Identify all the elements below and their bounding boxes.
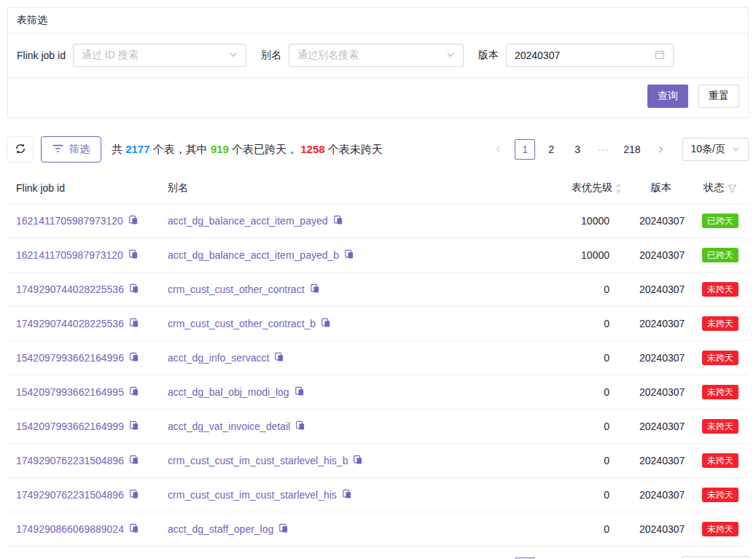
- status-badge: 已跨天: [702, 214, 739, 228]
- table-row: 1749290744028225536crm_cust_cust_other_c…: [7, 273, 749, 307]
- copy-icon[interactable]: [278, 523, 289, 533]
- status-cell: 未跨天: [692, 307, 749, 341]
- alias-cell: crm_cust_cust_im_cust_starlevel_his_b: [159, 444, 550, 478]
- version-date-input[interactable]: 20240307: [506, 44, 674, 67]
- chevron-down-icon: [732, 144, 740, 155]
- filter-button-label: 筛选: [69, 143, 90, 156]
- status-cell: 未跨天: [692, 410, 749, 444]
- table-row: 1542097993662164999acct_dg_vat_invoice_d…: [7, 410, 749, 444]
- alias-cell: acct_dg_vat_invoice_detail: [159, 410, 550, 444]
- version-value: 20240307: [515, 50, 560, 61]
- alias-link[interactable]: acct_dg_balance_acct_item_payed: [168, 215, 328, 227]
- alias-link[interactable]: acct_dg_bal_obj_modi_log: [168, 386, 289, 398]
- copy-icon[interactable]: [295, 421, 305, 431]
- flink-job-id-link[interactable]: 1621411705987973120: [16, 249, 123, 261]
- filter-actions: 查询 重置: [8, 78, 748, 117]
- status-cell: 已跨天: [692, 204, 749, 238]
- copy-icon[interactable]: [128, 215, 139, 225]
- table-row: 1621411705987973120acct_dg_balance_acct_…: [7, 238, 749, 273]
- flink-job-id-cell: 1621411705987973120: [7, 204, 159, 238]
- copy-icon[interactable]: [129, 386, 139, 396]
- copy-icon[interactable]: [321, 318, 331, 328]
- alias-cell: acct_dg_info_servacct: [159, 341, 550, 375]
- pagination-next[interactable]: [650, 139, 671, 160]
- copy-icon[interactable]: [310, 284, 320, 294]
- copy-icon[interactable]: [344, 249, 354, 259]
- page-size-select[interactable]: 10条/页: [682, 138, 749, 161]
- uncrossed-count: 1258: [300, 143, 324, 155]
- pagination-page-2[interactable]: 2: [541, 139, 561, 160]
- pagination-page-3[interactable]: 3: [567, 139, 588, 160]
- alias-link[interactable]: acct_dg_balance_acct_item_payed_b: [168, 249, 339, 261]
- flink-job-id-cell: 1542097993662164995: [7, 375, 159, 410]
- priority-cell: 0: [550, 512, 631, 547]
- copy-icon[interactable]: [129, 523, 139, 533]
- flink-job-id-link[interactable]: 1621411705987973120: [16, 215, 123, 227]
- flink-job-id-link[interactable]: 1749290762231504896: [16, 455, 124, 466]
- filter-button[interactable]: 筛选: [41, 136, 101, 163]
- flink-job-id-link[interactable]: 1542097993662164995: [16, 386, 124, 398]
- column-priority[interactable]: 表优先级: [550, 173, 631, 204]
- flink-job-id-link[interactable]: 1749290762231504896: [16, 489, 124, 501]
- flink-job-id-link[interactable]: 1749290744028225536: [16, 318, 124, 329]
- version-field: 版本 20240307: [478, 44, 674, 67]
- copy-icon[interactable]: [129, 455, 139, 465]
- page-size-select[interactable]: 10条/页: [682, 556, 749, 559]
- alias-link[interactable]: acct_dg_staff_oper_log: [168, 523, 273, 535]
- alias-link[interactable]: acct_dg_info_servacct: [168, 352, 269, 364]
- copy-icon[interactable]: [274, 352, 284, 362]
- pagination-page-1[interactable]: 1: [515, 139, 535, 160]
- alias-link[interactable]: crm_cust_cust_other_contract: [168, 284, 305, 295]
- filter-lines-icon: [52, 144, 63, 155]
- alias-select[interactable]: 通过别名搜索: [289, 44, 464, 67]
- copy-icon[interactable]: [295, 386, 305, 396]
- copy-icon[interactable]: [129, 318, 139, 328]
- copy-icon[interactable]: [129, 352, 139, 362]
- copy-icon[interactable]: [129, 421, 139, 431]
- flink-job-id-cell: 1749290762231504896: [7, 444, 159, 478]
- reset-button[interactable]: 重置: [698, 85, 739, 108]
- alias-link[interactable]: acct_dg_vat_invoice_detail: [168, 421, 290, 432]
- copy-icon[interactable]: [129, 489, 139, 499]
- version-label: 版本: [478, 49, 499, 62]
- flink-job-id-link[interactable]: 1749290866069889024: [16, 523, 124, 535]
- table-row: 1621411705987973120acct_dg_balance_acct_…: [7, 204, 749, 238]
- copy-icon[interactable]: [128, 249, 139, 259]
- alias-cell: acct_dg_staff_oper_log: [159, 512, 550, 547]
- flink-job-id-link[interactable]: 1542097993662164996: [16, 352, 124, 364]
- status-badge: 未跨天: [702, 385, 739, 399]
- alias-placeholder: 通过别名搜索: [297, 49, 359, 62]
- priority-cell: 10000: [550, 238, 631, 273]
- flink-job-id-link[interactable]: 1749290744028225536: [16, 284, 124, 295]
- alias-link[interactable]: crm_cust_cust_im_cust_starlevel_his_b: [168, 455, 348, 466]
- pagination-page-218[interactable]: 218: [620, 139, 644, 160]
- copy-icon[interactable]: [333, 215, 343, 225]
- refresh-button[interactable]: [7, 136, 34, 163]
- copy-icon[interactable]: [129, 284, 139, 294]
- alias-link[interactable]: crm_cust_cust_other_contract_b: [168, 318, 316, 329]
- table-toolbar: 筛选 共 2177 个表，其中 919 个表已跨天， 1258 个表未跨天 12…: [7, 136, 749, 163]
- alias-link[interactable]: crm_cust_cust_im_cust_starlevel_his: [168, 489, 337, 501]
- flink-job-id-cell: 1542097993662164996: [7, 341, 159, 375]
- flink-job-id-select[interactable]: 通过 ID 搜索: [73, 44, 246, 67]
- table-row: 1542097993662164995acct_dg_bal_obj_modi_…: [7, 375, 749, 410]
- status-badge: 已跨天: [702, 248, 739, 262]
- flink-job-id-field: Flink job id 通过 ID 搜索: [17, 44, 246, 67]
- status-badge: 未跨天: [702, 282, 739, 297]
- flink-job-id-link[interactable]: 1542097993662164999: [16, 421, 124, 432]
- status-cell: 未跨天: [692, 444, 749, 478]
- sorter-icon[interactable]: [615, 183, 622, 194]
- copy-icon[interactable]: [342, 489, 352, 499]
- bottom-bar: 123···218 10条/页: [7, 556, 749, 559]
- table-row: 1749290762231504896crm_cust_cust_im_cust…: [7, 444, 749, 478]
- priority-cell: 0: [550, 444, 631, 478]
- pagination-ellipsis[interactable]: ···: [593, 139, 614, 160]
- status-cell: 未跨天: [692, 273, 749, 307]
- crossed-count: 919: [211, 143, 229, 155]
- filter-funnel-icon[interactable]: [728, 184, 737, 193]
- priority-cell: 0: [550, 410, 631, 444]
- copy-icon[interactable]: [353, 455, 363, 465]
- pagination-prev[interactable]: [488, 139, 509, 160]
- query-button[interactable]: 查询: [647, 85, 688, 108]
- version-cell: 20240307: [631, 238, 692, 273]
